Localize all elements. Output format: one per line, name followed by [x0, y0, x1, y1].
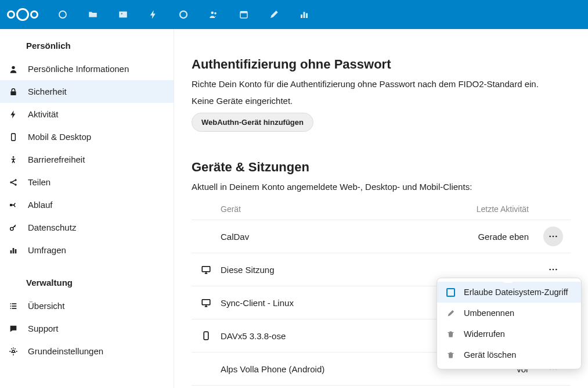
row-actions-button[interactable] — [543, 260, 563, 279]
bolt-icon — [8, 110, 19, 119]
svg-rect-21 — [13, 248, 15, 253]
sidebar-item-flow[interactable]: Ablauf — [0, 193, 174, 216]
sidebar-item-label: Grundeinstellungen — [28, 346, 103, 356]
sidebar-item-lock[interactable]: Sicherheit — [0, 80, 174, 103]
popover-delete-label: Gerät löschen — [464, 350, 516, 360]
app-logo[interactable] — [7, 8, 38, 21]
sidebar-item-access[interactable]: Barrierefreiheit — [0, 148, 174, 171]
files-icon[interactable] — [80, 2, 106, 27]
sidebar-group-personal: Persönlich — [0, 34, 174, 58]
svg-rect-9 — [304, 12, 305, 19]
bubble-icon — [8, 324, 19, 333]
svg-rect-35 — [204, 332, 208, 340]
svg-point-24 — [549, 236, 551, 238]
sidebar-item-label: Ablauf — [28, 200, 53, 210]
svg-point-5 — [214, 12, 217, 15]
svg-rect-10 — [306, 13, 308, 18]
top-navbar — [0, 0, 588, 29]
auth-no-devices: Keine Geräte eingerichtet. — [192, 96, 571, 106]
sidebar-item-label: Mobil & Desktop — [28, 132, 91, 142]
talk-icon[interactable] — [171, 2, 196, 27]
svg-point-11 — [12, 66, 15, 69]
sidebar-item-phone[interactable]: Mobil & Desktop — [0, 125, 174, 148]
sidebar-item-share[interactable]: Teilen — [0, 171, 174, 193]
svg-rect-20 — [10, 250, 12, 253]
popover-delete[interactable]: Gerät löschen — [437, 344, 581, 365]
passwordless-auth-section: Authentifizierung ohne Passwort Richte D… — [192, 57, 588, 132]
sidebar-item-label: Sicherheit — [28, 87, 67, 96]
svg-point-14 — [13, 156, 15, 158]
device-type-icon — [192, 297, 221, 308]
bars-icon — [8, 246, 19, 255]
svg-point-19 — [10, 227, 13, 230]
svg-rect-1 — [119, 12, 127, 18]
sessions-description: Aktuell in Deinem Konto angemeldete Web-… — [192, 182, 571, 192]
svg-point-29 — [553, 269, 554, 271]
device-name: Sync-Client - Linux — [221, 298, 437, 308]
session-actions-popover: Erlaube Dateisystem-Zugriff Umbenennen W… — [437, 278, 582, 369]
checkbox-icon — [446, 288, 455, 297]
sidebar-group-admin: Verwaltung — [0, 271, 174, 294]
popover-allow-filesystem[interactable]: Erlaube Dateisystem-Zugriff — [437, 282, 581, 303]
session-row: CalDavGerade eben — [192, 220, 571, 253]
svg-point-26 — [555, 236, 557, 238]
share-icon — [8, 178, 19, 187]
sidebar-item-label: Datenschutz — [28, 222, 76, 232]
polls-icon[interactable] — [291, 2, 317, 27]
activity-icon[interactable] — [140, 2, 166, 27]
popover-rename[interactable]: Umbenennen — [437, 303, 581, 324]
svg-point-0 — [59, 11, 66, 18]
notes-icon[interactable] — [261, 2, 287, 27]
sidebar-item-bubble[interactable]: Support — [0, 317, 174, 340]
row-actions-button[interactable] — [543, 227, 563, 246]
table-header: Gerät Letzte Aktivität — [192, 199, 571, 220]
gear-icon — [8, 347, 19, 356]
auth-title: Authentifizierung ohne Passwort — [192, 57, 571, 72]
sidebar-item-label: Teilen — [28, 177, 50, 187]
svg-rect-27 — [202, 267, 210, 272]
svg-point-30 — [555, 269, 557, 271]
settings-sidebar: Persönlich Persönliche InformationenSich… — [0, 29, 174, 388]
sidebar-item-user[interactable]: Persönliche Informationen — [0, 58, 174, 80]
trash-icon — [445, 351, 456, 360]
device-name: Alps Volla Phone (Android) — [221, 364, 437, 374]
popover-revoke-label: Widerrufen — [464, 329, 505, 339]
phone-icon — [8, 132, 19, 142]
device-name: Diese Sitzung — [221, 265, 437, 275]
contacts-icon[interactable] — [201, 2, 226, 27]
sidebar-item-key[interactable]: Datenschutz — [0, 216, 174, 239]
user-icon — [8, 64, 19, 74]
sidebar-item-label: Support — [28, 324, 59, 333]
svg-rect-31 — [202, 300, 210, 305]
sidebar-item-label: Übersicht — [28, 301, 64, 311]
svg-rect-22 — [15, 249, 17, 253]
calendar-icon[interactable] — [231, 2, 257, 27]
device-type-icon — [192, 264, 221, 275]
popover-rename-label: Umbenennen — [464, 308, 514, 318]
sidebar-item-gear[interactable]: Grundeinstellungen — [0, 340, 174, 362]
svg-point-23 — [12, 350, 15, 353]
sidebar-item-label: Aktivität — [28, 109, 59, 119]
svg-rect-7 — [240, 12, 247, 13]
svg-rect-8 — [301, 15, 302, 18]
svg-rect-12 — [10, 91, 16, 95]
dashboard-icon[interactable] — [50, 2, 75, 27]
add-webauthn-button[interactable]: WebAuthn-Gerät hinzufügen — [192, 113, 313, 132]
access-icon — [8, 155, 19, 164]
svg-rect-13 — [12, 134, 16, 141]
svg-point-3 — [180, 11, 187, 18]
photos-icon[interactable] — [110, 2, 136, 27]
last-activity: Gerade eben — [437, 232, 536, 242]
key-icon — [8, 223, 19, 232]
pencil-icon — [445, 309, 456, 318]
sidebar-item-list[interactable]: Übersicht — [0, 294, 174, 317]
popover-revoke[interactable]: Widerrufen — [437, 324, 581, 344]
svg-rect-18 — [10, 204, 12, 206]
auth-description: Richte Dein Konto für die Authentifizier… — [192, 79, 571, 89]
sessions-title: Geräte & Sitzungen — [192, 160, 571, 175]
sidebar-item-label: Persönliche Informationen — [28, 64, 129, 74]
sidebar-item-bolt[interactable]: Aktivität — [0, 103, 174, 125]
sidebar-item-label: Umfragen — [28, 245, 66, 255]
sidebar-item-bars[interactable]: Umfragen — [0, 239, 174, 261]
device-name: CalDav — [221, 232, 437, 242]
